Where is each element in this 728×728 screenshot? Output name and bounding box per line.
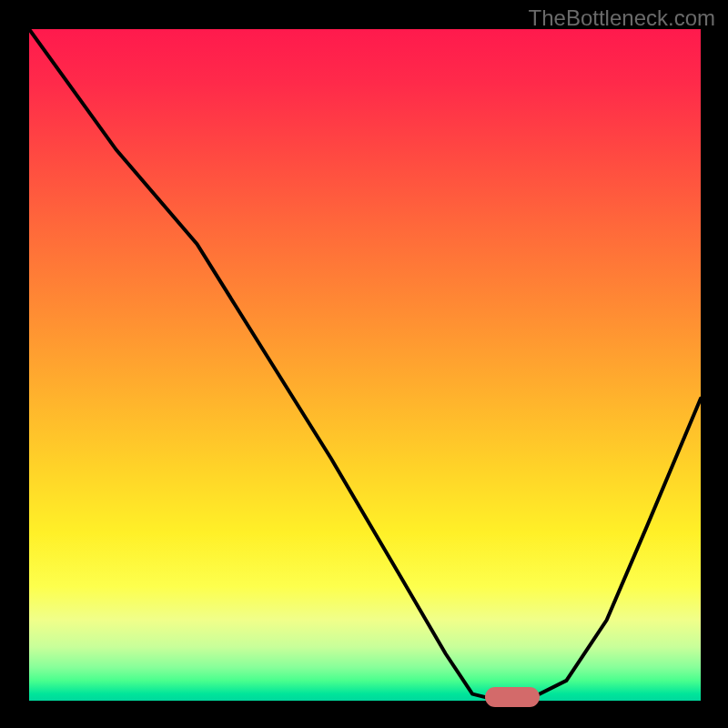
bottleneck-curve-path [29,29,701,701]
chart-plot-area [29,29,701,701]
watermark-text: TheBottleneck.com [529,5,715,31]
optimum-marker [485,687,540,707]
chart-svg [29,29,701,701]
